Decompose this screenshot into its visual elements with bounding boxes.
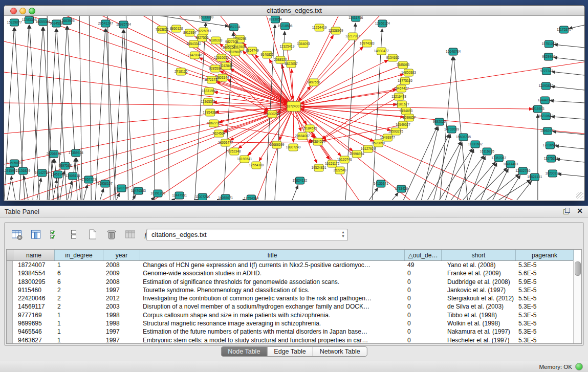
- graph-node[interactable]: 10974383: [360, 40, 375, 47]
- table-cell[interactable]: 5.3E-5: [515, 311, 573, 319]
- table-cell[interactable]: Estimation of significance thresholds fo…: [140, 278, 404, 286]
- tab-node-table[interactable]: Node Table: [221, 347, 267, 356]
- graph-node[interactable]: 12217987: [345, 33, 360, 40]
- table-scrollbar[interactable]: [573, 260, 581, 343]
- graph-node[interactable]: 11175370: [557, 26, 571, 33]
- table-cell[interactable]: Hescheler et al. (1997): [441, 336, 515, 344]
- table-cell[interactable]: 5.3E-5: [515, 336, 573, 344]
- column-header-outde[interactable]: △ out_de…: [405, 250, 442, 260]
- graph-node[interactable]: 7485083: [397, 61, 410, 69]
- table-cell[interactable]: Wolkin et al. (1998): [441, 319, 515, 327]
- graph-node[interactable]: 8186328: [209, 37, 223, 44]
- graph-node[interactable]: 16648784: [446, 48, 461, 55]
- table-cell[interactable]: Yano et al. (2008): [441, 261, 515, 269]
- table-cell[interactable]: Stergiakouli et al. (2012): [441, 294, 515, 302]
- column-header-pagerank[interactable]: pagerank: [516, 250, 574, 260]
- table-row[interactable]: 1872400712008Changes of HCN gene express…: [7, 261, 581, 269]
- graph-node[interactable]: 17957223: [81, 176, 96, 183]
- graph-node[interactable]: 17554304: [244, 195, 258, 200]
- table-selector-combobox[interactable]: citations_edges.txt ▲▼: [146, 229, 348, 241]
- table-cell[interactable]: 14569117: [13, 302, 54, 311]
- close-panel-icon[interactable]: ✕: [577, 207, 583, 214]
- column-header-year[interactable]: year: [103, 250, 140, 260]
- graph-node[interactable]: 10391209: [150, 190, 165, 197]
- graph-node[interactable]: 19524851: [312, 164, 326, 171]
- table-cell[interactable]: 5.3E-5: [515, 319, 573, 327]
- table-cell[interactable]: 1: [54, 261, 103, 269]
- graph-node[interactable]: 16001477: [218, 139, 233, 146]
- table-cell[interactable]: 18724007: [13, 261, 54, 269]
- graph-node[interactable]: 8822057: [285, 60, 298, 68]
- table-cell[interactable]: 19384554: [13, 269, 54, 277]
- graph-node[interactable]: 8854749: [246, 47, 259, 54]
- graph-node[interactable]: 13216478: [391, 93, 406, 100]
- graph-node[interactable]: 17357067: [491, 155, 506, 162]
- graph-node[interactable]: 8215953: [531, 105, 545, 113]
- table-cell[interactable]: 0: [404, 327, 441, 336]
- table-cell[interactable]: 0: [404, 311, 441, 319]
- graph-node[interactable]: 12610651: [214, 54, 229, 61]
- table-cell[interactable]: 2008: [103, 278, 140, 286]
- table-cell[interactable]: 1997: [103, 286, 140, 294]
- graph-node[interactable]: 15751074: [541, 40, 556, 48]
- column-header-short[interactable]: short: [442, 250, 516, 260]
- graph-node[interactable]: 15184575: [302, 125, 317, 132]
- table-cell[interactable]: 1997: [103, 327, 140, 336]
- new-document-icon[interactable]: [85, 228, 99, 241]
- table-cell[interactable]: 6: [54, 278, 103, 286]
- table-cell[interactable]: 6: [54, 269, 103, 277]
- table-scrollbar-thumb[interactable]: [575, 261, 581, 276]
- graph-node[interactable]: 10193541: [237, 156, 252, 163]
- graph-node[interactable]: 9357224: [227, 24, 241, 31]
- graph-hub-node[interactable]: 18724007: [287, 102, 301, 112]
- table-row[interactable]: 2242004622012Investigating the contribut…: [7, 294, 581, 302]
- table-settings-icon[interactable]: [10, 228, 23, 241]
- window-titlebar[interactable]: citations_edges.txt: [4, 6, 584, 16]
- graph-node[interactable]: 18807249: [286, 144, 301, 151]
- graph-node[interactable]: 12365371: [201, 98, 215, 105]
- table-cell[interactable]: 1998: [103, 319, 140, 327]
- graph-node[interactable]: 15608235: [456, 134, 471, 141]
- table-cell[interactable]: Genome-wide association studies in ADHD.: [140, 269, 404, 277]
- graph-node[interactable]: 9329966: [542, 53, 555, 60]
- graph-node[interactable]: 10467427: [394, 85, 409, 92]
- graph-node[interactable]: 18414403: [503, 161, 518, 168]
- table-cell[interactable]: Tourette syndrome. Phenomenology and cla…: [140, 286, 404, 294]
- graph-node[interactable]: 1364093: [297, 40, 310, 48]
- graph-node[interactable]: 12325419: [280, 43, 295, 50]
- column-header-name[interactable]: name: [13, 250, 55, 260]
- graph-node[interactable]: 20684067: [295, 133, 310, 140]
- graph-node[interactable]: 10996994: [350, 150, 364, 158]
- graph-node[interactable]: 11331602: [468, 141, 483, 148]
- table-cell[interactable]: Dudbridge et al. (2008): [441, 278, 515, 286]
- graph-node[interactable]: 8912934: [183, 29, 197, 36]
- graph-node[interactable]: 16055671: [218, 194, 233, 200]
- graph-node[interactable]: 11254419: [312, 24, 327, 31]
- table-cell[interactable]: 9777169: [13, 311, 54, 319]
- table-cell[interactable]: Disruption of a novel member of a sodium…: [140, 302, 404, 311]
- table-row[interactable]: 911546021997Tourette syndrome. Phenomeno…: [7, 286, 581, 294]
- table-cell[interactable]: 0: [404, 302, 441, 311]
- table-cell[interactable]: 18300295: [13, 278, 54, 286]
- table-cell[interactable]: 0: [404, 278, 441, 286]
- table-cell[interactable]: 0: [404, 286, 441, 294]
- graph-node[interactable]: 16116835: [480, 148, 494, 155]
- table-cell[interactable]: Jankovic et al. (1997): [441, 286, 515, 294]
- table-cell[interactable]: 5.5E-5: [515, 294, 573, 302]
- table-cell[interactable]: 2008: [103, 261, 140, 269]
- table-cell[interactable]: 5.3E-5: [515, 302, 573, 311]
- graph-node[interactable]: 7252348: [228, 148, 241, 155]
- delete-trash-icon[interactable]: [104, 228, 118, 241]
- table-cell[interactable]: 1: [54, 311, 103, 319]
- table-cell[interactable]: 22420046: [13, 294, 54, 302]
- graph-node[interactable]: 16033809: [199, 16, 213, 21]
- table-cell[interactable]: 9699695: [13, 319, 54, 327]
- graph-node[interactable]: 17854367: [203, 109, 217, 116]
- graph-node[interactable]: 19142757: [35, 169, 50, 177]
- table-cell[interactable]: 1: [54, 319, 103, 327]
- table-cell[interactable]: 2: [54, 302, 103, 311]
- graph-node[interactable]: 18775165: [398, 77, 412, 84]
- graph-node[interactable]: 9892020: [433, 118, 446, 125]
- table-cell[interactable]: 49: [404, 261, 441, 269]
- graph-node[interactable]: 9154693: [400, 107, 413, 115]
